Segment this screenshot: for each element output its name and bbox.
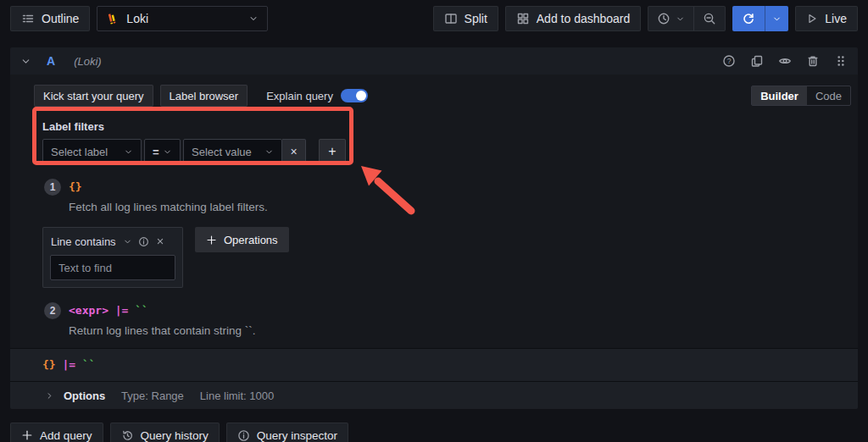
operation-name[interactable]: Line contains	[51, 235, 116, 248]
datasource-picker[interactable]: Loki	[97, 6, 268, 31]
editor-mode-toggle: Builder Code	[751, 86, 851, 106]
split-icon	[444, 12, 458, 25]
split-button[interactable]: Split	[433, 6, 498, 31]
refresh-button[interactable]	[732, 6, 765, 31]
chevron-down-icon	[676, 14, 685, 24]
chevron-down-icon	[264, 147, 274, 157]
chevron-down-icon	[772, 14, 782, 24]
chevron-down-icon	[124, 147, 133, 157]
label-filters-title: Label filters	[42, 120, 851, 133]
operations-button-label: Operations	[224, 234, 278, 246]
operator-dropdown[interactable]: =	[144, 139, 181, 164]
step2-description: Return log lines that contain string ``.	[69, 323, 256, 338]
query-editor-body: Kick start your query Label browser Expl…	[10, 75, 858, 348]
label-filters-section: Label filters Select label = Select valu…	[42, 120, 851, 164]
chevron-down-icon	[163, 147, 172, 157]
info-circle-icon[interactable]	[138, 236, 149, 247]
explain-query-toggle[interactable]	[341, 89, 368, 102]
plus-icon	[21, 429, 33, 441]
live-button[interactable]: Live	[795, 6, 858, 31]
top-toolbar: Outline Loki	[0, 0, 868, 37]
refresh-icon	[742, 12, 755, 25]
step-number-badge: 1	[44, 179, 61, 196]
explain-query-label: Explain query	[266, 90, 333, 102]
close-icon: ×	[290, 145, 297, 158]
query-history-label: Query history	[141, 429, 209, 442]
run-query-controls	[732, 6, 788, 31]
add-operations-button[interactable]: Operations	[195, 227, 289, 252]
add-to-dashboard-label: Add to dashboard	[537, 12, 631, 25]
query-ref-id[interactable]: A	[47, 54, 55, 68]
add-query-button[interactable]: Add query	[10, 423, 103, 442]
close-icon[interactable]	[155, 236, 165, 246]
refresh-interval-dropdown[interactable]	[765, 6, 788, 31]
raw-query-text: {} |= ``	[42, 358, 96, 371]
kick-start-query-button[interactable]: Kick start your query	[34, 85, 153, 107]
options-line-limit: Line limit: 1000	[200, 390, 274, 402]
options-label: Options	[64, 390, 105, 402]
collapse-chevron-icon[interactable]	[20, 56, 31, 67]
line-contains-operation-card: Line contains	[42, 227, 183, 288]
explore-footer: Add query Query history Query inspector	[10, 423, 858, 442]
trash-icon[interactable]	[806, 54, 820, 68]
step-number-badge: 2	[44, 302, 61, 319]
step1-code: {}	[69, 179, 268, 196]
query-row-header: A (Loki) ?	[10, 47, 858, 75]
time-range-controls	[648, 6, 726, 31]
options-type: Type: Range	[121, 390, 184, 402]
remove-label-filter-button[interactable]: ×	[282, 139, 306, 164]
query-inspector-button[interactable]: Query inspector	[226, 423, 348, 442]
text-to-find-input[interactable]	[50, 255, 175, 280]
query-datasource-hint: (Loki)	[74, 55, 102, 68]
eye-icon[interactable]	[778, 54, 792, 68]
plus-icon	[206, 235, 217, 246]
select-value-placeholder: Select value	[192, 146, 252, 158]
query-history-button[interactable]: Query history	[110, 423, 220, 442]
mode-builder[interactable]: Builder	[752, 86, 807, 105]
plus-icon: +	[328, 144, 336, 159]
live-button-label: Live	[825, 12, 847, 25]
add-query-label: Add query	[40, 429, 92, 442]
zoom-out-icon	[703, 12, 716, 25]
svg-text:?: ?	[727, 57, 732, 65]
mode-code[interactable]: Code	[807, 86, 850, 105]
operator-value: =	[153, 146, 159, 158]
explain-step-1: 1 {} Fetch all log lines matching label …	[44, 179, 851, 214]
chevron-down-icon	[248, 14, 259, 24]
play-icon	[806, 13, 818, 25]
clock-icon	[657, 12, 670, 25]
copy-icon[interactable]	[750, 54, 764, 68]
datasource-picker-value: Loki	[126, 12, 148, 25]
zoom-out-time-button[interactable]	[693, 7, 725, 30]
help-circle-icon[interactable]: ?	[722, 54, 736, 68]
add-label-filter-button[interactable]: +	[319, 139, 346, 164]
loki-logo-icon	[106, 12, 120, 25]
chevron-down-icon[interactable]	[123, 237, 132, 246]
outline-button[interactable]: Outline	[10, 6, 90, 31]
select-value-dropdown[interactable]: Select value	[183, 139, 282, 164]
query-inspector-label: Query inspector	[257, 429, 337, 442]
query-editor-panel: A (Loki) ? Kick start your query Label b…	[10, 47, 858, 409]
chevron-right-icon	[45, 391, 54, 401]
apps-grid-icon	[516, 12, 530, 25]
options-collapse-row[interactable]: Options Type: Range Line limit: 1000	[10, 381, 858, 409]
add-to-dashboard-button[interactable]: Add to dashboard	[505, 6, 642, 31]
select-label-placeholder: Select label	[51, 146, 108, 158]
step1-description: Fetch all log lines matching label filte…	[69, 200, 268, 214]
operations-section: Line contains Operations	[42, 227, 851, 288]
outline-list-icon	[21, 12, 35, 25]
step2-code: <expr> |= ``	[69, 302, 256, 319]
outline-button-label: Outline	[42, 12, 79, 25]
drag-grip-icon[interactable]	[834, 54, 848, 68]
explain-step-2: 2 <expr> |= `` Return log lines that con…	[44, 302, 851, 338]
time-picker-button[interactable]	[648, 7, 693, 30]
raw-query-preview: {} |= ``	[10, 348, 858, 381]
info-circle-icon	[237, 429, 250, 442]
history-icon	[121, 429, 134, 442]
select-label-dropdown[interactable]: Select label	[42, 139, 142, 164]
label-browser-button[interactable]: Label browser	[160, 85, 248, 107]
split-button-label: Split	[465, 12, 487, 25]
